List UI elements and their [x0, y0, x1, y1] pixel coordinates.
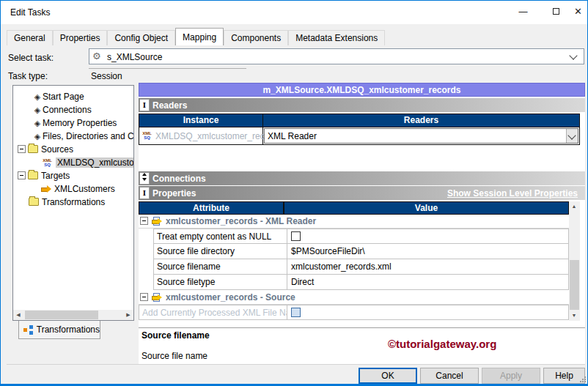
connections-section-title: Connections [152, 174, 206, 184]
value-column-header: Value [284, 202, 568, 214]
property-row: Source filetype Direct [153, 275, 569, 290]
source-filename-value[interactable]: xmlcustomer_records.xml [287, 259, 568, 274]
group-arrow-icon [152, 293, 163, 302]
properties-table-header: Attribute Value [139, 201, 569, 215]
properties-section-header: I Properties Show Session Level Properti… [139, 186, 585, 200]
tree-item-connections[interactable]: ◈Connections [13, 103, 133, 116]
diamond-icon: ◈ [32, 130, 43, 143]
property-row: Treat empty content as NULL [153, 229, 569, 244]
description-text: Source file name [142, 351, 207, 361]
folder-icon [28, 145, 38, 153]
task-type-value: Session [91, 71, 122, 81]
tree-item-xmlcustomers[interactable]: XMLCustomers [13, 182, 133, 196]
close-button[interactable]: ✕ [562, 1, 588, 23]
session-gear-icon: ⚙ [92, 51, 101, 62]
connections-section-header: Connections [139, 171, 585, 185]
attribute-label: Source file directory [154, 244, 287, 259]
diamond-icon: ◈ [32, 103, 43, 116]
property-group-xml-reader[interactable]: xmlcustomer_records - XML Reader [139, 215, 569, 229]
value-cell[interactable] [287, 229, 568, 243]
source-filetype-value[interactable]: Direct [287, 275, 568, 289]
tab-metadata-extensions[interactable]: Metadata Extensions [288, 30, 385, 45]
properties-section-title: Properties [152, 188, 196, 198]
titlebar: Edit Tasks — ✕ [1, 1, 587, 24]
tree-item-start-page[interactable]: ◈Start Page [13, 90, 133, 103]
source-file-directory-value[interactable]: $PMSourceFileDir\ [287, 244, 568, 259]
show-session-level-properties-link[interactable]: Show Session Level Properties [447, 188, 578, 198]
scroll-right-icon[interactable]: ▶ [123, 310, 133, 320]
instance-cell[interactable]: XMLSQ XMLDSQ_xmlcustomer_records [139, 127, 263, 144]
value-cell [287, 305, 568, 319]
collapse-minus-icon[interactable] [18, 171, 26, 179]
scrollbar-thumb[interactable] [25, 311, 98, 319]
cancel-button[interactable]: Cancel [420, 368, 479, 384]
expand-section-button[interactable] [139, 172, 150, 185]
edit-tasks-dialog: Edit Tasks — ✕ General Properties Config… [0, 0, 588, 386]
scroll-left-icon[interactable]: ◀ [13, 310, 23, 320]
property-row: Add Currently Processed XML File Name... [139, 305, 569, 320]
property-row: Source file directory $PMSourceFileDir\ [153, 244, 569, 259]
scrollbar-thumb[interactable] [570, 260, 579, 310]
scroll-up-icon[interactable]: ▲ [569, 201, 579, 212]
select-task-combo[interactable]: ⚙ s_XMLSource [89, 48, 584, 64]
ok-button[interactable]: OK [359, 368, 417, 384]
instance-name: XMLDSQ_xmlcustomer_records [155, 131, 282, 141]
collapse-minus-icon[interactable] [18, 145, 26, 153]
folder-icon [29, 198, 39, 206]
group-arrow-icon [152, 217, 163, 226]
scroll-down-icon[interactable]: ▼ [569, 311, 579, 321]
apply-button: Apply [482, 368, 540, 384]
chevron-down-icon [569, 51, 577, 59]
instance-column-header: Instance [139, 114, 263, 127]
properties-vertical-scrollbar[interactable]: ▲ ▼ [569, 201, 580, 321]
transformation-icon [23, 325, 34, 335]
diamond-icon: ◈ [32, 90, 43, 103]
attribute-label: Source filename [154, 259, 287, 274]
minimize-button[interactable]: — [507, 1, 540, 23]
attribute-label: Source filetype [154, 275, 287, 289]
collapse-section-button[interactable]: I [139, 99, 150, 111]
tree-item-memory-properties[interactable]: ◈Memory Properties [13, 116, 133, 130]
resize-grip[interactable] [579, 376, 587, 383]
collapse-section-button[interactable]: I [139, 187, 150, 199]
readers-section-title: Readers [152, 100, 187, 111]
reader-select[interactable]: XML Reader [264, 128, 578, 144]
treat-empty-null-checkbox[interactable] [291, 231, 301, 241]
minimize-icon: — [519, 7, 528, 17]
mapping-tree: ◈Start Page ◈Connections ◈Memory Propert… [12, 85, 134, 321]
tab-strip: General Properties Config Object Mapping… [7, 28, 385, 45]
task-type-field-border [89, 68, 246, 69]
transformations-bottom-tab[interactable]: Transformations [18, 321, 100, 339]
mapping-object-header: m_XMLSource.XMLDSQ_xmlcustomer_records [139, 83, 585, 97]
tab-config-object[interactable]: Config Object [107, 30, 175, 45]
tree-item-targets[interactable]: Targets [13, 169, 133, 182]
tab-components[interactable]: Components [224, 30, 288, 45]
tree-item-xmldsq-source[interactable]: XMLSQXMLDSQ_xmlcustomer [13, 156, 133, 169]
diamond-icon: ◈ [32, 116, 43, 130]
footer-separator [7, 364, 585, 365]
attribute-label: Treat empty content as NULL [154, 229, 287, 243]
target-arrow-icon [41, 185, 51, 193]
tab-general[interactable]: General [7, 30, 53, 45]
description-title: Source filename [142, 330, 210, 341]
readers-table-row: XMLSQ XMLDSQ_xmlcustomer_records XML Rea… [139, 127, 580, 145]
xml-source-qualifier-icon: XMLSQ [41, 158, 54, 167]
reader-dropdown-button[interactable] [566, 129, 578, 143]
tree-item-transformations[interactable]: Transformations [13, 196, 133, 209]
property-group-source[interactable]: xmlcustomer_records - Source [139, 291, 569, 305]
tab-mapping[interactable]: Mapping [175, 28, 224, 45]
tab-properties[interactable]: Properties [53, 30, 108, 45]
collapse-minus-icon[interactable] [140, 217, 148, 225]
description-panel: Source filename ©tutorialgateway.org Sou… [139, 327, 585, 364]
collapse-minus-icon[interactable] [140, 293, 148, 301]
xml-source-qualifier-icon: XMLSQ [141, 131, 153, 140]
expand-updown-icon [142, 173, 147, 181]
bottom-tab-label: Transformations [37, 324, 100, 335]
tree-horizontal-scrollbar[interactable]: ◀ ▶ [13, 310, 133, 320]
tree-item-sources[interactable]: Sources [13, 143, 133, 156]
mapping-panel: m_XMLSource.XMLDSQ_xmlcustomer_records I… [139, 83, 585, 364]
maximize-icon [553, 8, 559, 15]
tree-item-files-directories[interactable]: ◈Files, Directories and Com [13, 130, 133, 143]
readers-column-header: Readers [263, 114, 579, 127]
window-title: Edit Tasks [10, 7, 50, 18]
